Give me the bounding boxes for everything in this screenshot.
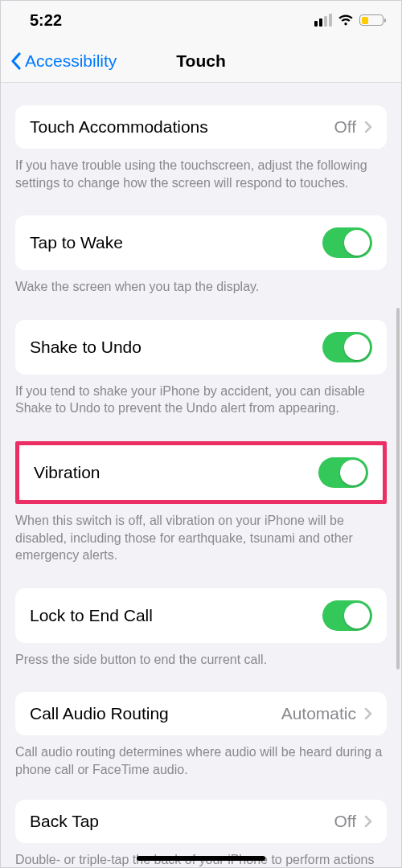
row-footer: When this switch is off, all vibration o… [1,504,401,564]
row-footer: If you have trouble using the touchscree… [1,149,401,191]
home-indicator[interactable] [137,856,265,861]
battery-icon [359,14,384,26]
cellular-signal-icon [314,14,332,27]
row-label: Lock to End Call [30,606,153,625]
row-label: Shake to Undo [30,338,142,357]
row-value: Off [334,812,356,831]
toggle-tap-to-wake[interactable] [322,227,372,258]
row-footer: If you tend to shake your iPhone by acci… [1,375,401,417]
chevron-left-icon [10,52,22,70]
row-touch-accommodations[interactable]: Touch Accommodations Off [15,105,387,149]
chevron-right-icon [364,707,372,720]
chevron-right-icon [364,815,372,828]
row-label: Call Audio Routing [30,704,169,723]
row-footer: Press the side button to end the current… [1,643,401,669]
row-label: Vibration [34,463,100,482]
row-footer: Double- or triple-tap the back of your i… [1,843,401,867]
device-frame: 5:22 Accessibil [0,0,402,868]
chevron-right-icon [364,121,372,133]
status-bar: 5:22 [1,1,401,39]
nav-bar: Accessibility Touch [1,39,401,83]
row-shake-to-undo: Shake to Undo [15,320,387,375]
row-vibration: Vibration [19,445,383,500]
row-value: Automatic [281,704,356,723]
settings-content: Touch Accommodations Off If you have tro… [1,83,401,867]
back-button[interactable]: Accessibility [1,51,117,71]
back-label: Accessibility [25,51,117,71]
row-back-tap[interactable]: Back Tap Off [15,800,387,843]
row-tap-to-wake: Tap to Wake [15,215,387,270]
toggle-lock-to-end-call[interactable] [322,600,372,631]
scroll-indicator[interactable] [396,308,400,669]
status-time: 5:22 [30,11,62,30]
row-call-audio-routing[interactable]: Call Audio Routing Automatic [15,692,387,735]
row-footer: Call audio routing determines where audi… [1,735,401,778]
row-lock-to-end-call: Lock to End Call [15,588,387,643]
highlight-box: Vibration [15,441,387,504]
row-label: Back Tap [30,812,99,831]
toggle-shake-to-undo[interactable] [322,332,372,362]
toggle-vibration[interactable] [318,457,368,488]
row-label: Tap to Wake [30,233,123,252]
row-value: Off [334,117,356,137]
status-icons [314,14,384,27]
row-footer: Wake the screen when you tap the display… [1,270,401,296]
wifi-icon [338,14,354,27]
row-label: Touch Accommodations [30,117,208,137]
